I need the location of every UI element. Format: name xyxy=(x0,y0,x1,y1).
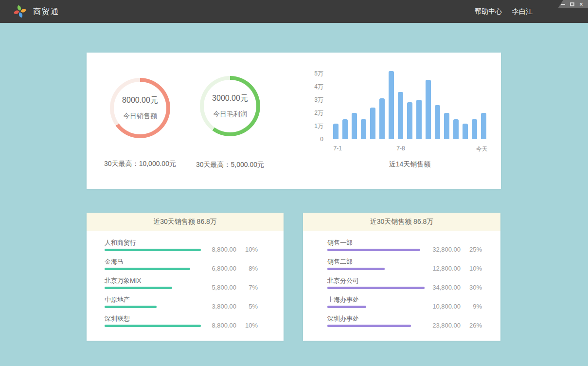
bar xyxy=(463,124,468,139)
rank-row: 深圳联想8,800.0010% xyxy=(105,314,258,333)
rank-row: 人和商贸行8,800.0010% xyxy=(105,238,258,257)
rank-item-name: 北京万象MIX xyxy=(105,276,141,285)
y-tick-label: 2万 xyxy=(314,110,323,116)
rank-row: 金海马6,800.008% xyxy=(105,257,258,276)
bar xyxy=(426,80,431,139)
rank-item-name: 深圳联想 xyxy=(105,314,130,323)
bar-chart-title: 近14天销售额 xyxy=(333,160,486,169)
rank-item-values: 23,800.0026% xyxy=(432,322,482,329)
rank-row: 北京万象MIX5,800.007% xyxy=(105,276,258,295)
x-tick-label: 今天 xyxy=(476,145,488,153)
bar xyxy=(407,102,412,139)
rank-item-percent: 5% xyxy=(236,303,258,310)
rank-item-name: 金海马 xyxy=(105,257,124,266)
rank-item-values: 8,800.0010% xyxy=(212,322,258,329)
rank-item-name: 人和商贸行 xyxy=(105,238,136,247)
customer-rank-title: 近30天销售额 86.8万 xyxy=(87,213,284,231)
bar xyxy=(361,119,366,139)
user-menu[interactable]: 李白江 xyxy=(512,0,533,23)
department-rank-list: 销售一部32,800.0025%销售二部12,800.0010%北京分公司34,… xyxy=(303,231,500,333)
today-profit-label: 今日毛利润 xyxy=(213,110,247,119)
rank-item-percent: 10% xyxy=(461,265,482,272)
rank-item-values: 32,800.0025% xyxy=(432,246,482,253)
rank-item-bar xyxy=(105,325,201,327)
rank-row: 深圳办事处23,800.0026% xyxy=(327,314,482,333)
rank-item-value: 3,800.00 xyxy=(212,303,236,310)
customer-rank-card: 近30天销售额 86.8万 人和商贸行8,800.0010%金海马6,800.0… xyxy=(87,213,284,341)
window-controls: × xyxy=(558,0,588,8)
today-sales-donut: 8000.00元 今日销售额 xyxy=(110,78,170,138)
bar xyxy=(379,98,385,139)
bar xyxy=(435,105,440,139)
rank-item-bar xyxy=(327,287,425,289)
rank-item-percent: 9% xyxy=(461,303,482,310)
rank-item-percent: 10% xyxy=(236,246,258,253)
today-profit-donut-center: 3000.00元 今日毛利润 xyxy=(204,80,256,132)
bar xyxy=(352,113,357,139)
bar xyxy=(416,100,422,139)
profit-30day-max: 30天最高：5,000.00元 xyxy=(177,161,284,169)
rank-item-percent: 8% xyxy=(236,265,258,272)
x-axis: 7-17-8今天 xyxy=(333,145,486,153)
rank-item-value: 6,800.00 xyxy=(212,265,236,272)
today-profit-donut: 3000.00元 今日毛利润 xyxy=(200,76,260,136)
y-tick-label: 1万 xyxy=(314,123,323,129)
y-axis: 01万2万3万4万5万 xyxy=(299,68,323,139)
department-rank-card: 近30天销售额 86.8万 销售一部32,800.0025%销售二部12,800… xyxy=(303,213,500,341)
department-rank-title: 近30天销售额 86.8万 xyxy=(303,213,500,231)
rank-item-name: 上海办事处 xyxy=(327,295,359,304)
today-profit-value: 3000.00元 xyxy=(212,93,248,104)
rank-item-percent: 10% xyxy=(236,322,258,329)
rank-row: 北京分公司34,800.0030% xyxy=(327,276,482,295)
bar-group xyxy=(333,68,486,139)
rank-item-values: 8,800.0010% xyxy=(212,246,258,253)
rank-item-bar xyxy=(327,325,411,327)
bar xyxy=(398,92,403,139)
rank-item-percent: 25% xyxy=(461,246,482,253)
rank-row: 销售一部32,800.0025% xyxy=(327,238,482,257)
bar xyxy=(472,119,477,139)
summary-card: 8000.00元 今日销售额 30天最高：10,000.00元 3000.00元… xyxy=(87,53,501,189)
rank-item-value: 34,800.00 xyxy=(432,284,461,291)
maximize-icon[interactable] xyxy=(570,2,574,7)
rank-item-value: 5,800.00 xyxy=(212,284,236,291)
rank-item-value: 10,800.00 xyxy=(432,303,461,310)
rank-item-value: 8,800.00 xyxy=(212,322,236,329)
rank-item-name: 中原地产 xyxy=(105,295,130,304)
rank-item-value: 23,800.00 xyxy=(432,322,461,329)
bar xyxy=(453,119,459,139)
rank-item-name: 销售二部 xyxy=(327,257,353,266)
rank-item-bar xyxy=(327,249,420,251)
rank-row: 上海办事处10,800.009% xyxy=(327,295,482,314)
y-tick-label: 0 xyxy=(320,136,323,143)
rank-item-values: 5,800.007% xyxy=(212,284,258,291)
rank-item-percent: 26% xyxy=(461,322,482,329)
rank-item-value: 12,800.00 xyxy=(432,265,461,272)
minimize-icon[interactable] xyxy=(560,2,565,7)
bar xyxy=(389,71,394,139)
app-logo-pinwheel-icon xyxy=(11,4,29,19)
bar xyxy=(333,124,339,139)
rank-item-value: 32,800.00 xyxy=(432,246,461,253)
app-title: 商贸通 xyxy=(33,0,59,23)
today-sales-value: 8000.00元 xyxy=(122,95,158,106)
rank-row: 销售二部12,800.0010% xyxy=(327,257,482,276)
bar xyxy=(481,113,486,139)
bar xyxy=(444,113,449,139)
rank-item-percent: 7% xyxy=(236,284,258,291)
rank-row: 中原地产3,800.005% xyxy=(105,295,258,314)
close-icon[interactable]: × xyxy=(579,2,584,7)
titlebar: 商贸通 帮助中心 李白江 × xyxy=(0,0,588,23)
y-tick-label: 5万 xyxy=(314,70,323,77)
help-center-link[interactable]: 帮助中心 xyxy=(475,0,502,23)
rank-item-name: 销售一部 xyxy=(327,238,353,247)
x-tick-label: 7-1 xyxy=(334,145,342,152)
y-tick-label: 4万 xyxy=(314,83,323,90)
rank-item-values: 6,800.008% xyxy=(212,265,258,272)
rank-item-bar xyxy=(105,268,190,270)
rank-item-bar xyxy=(105,249,201,251)
rank-item-bar xyxy=(105,306,157,308)
y-tick-label: 3万 xyxy=(314,96,323,103)
customer-rank-list: 人和商贸行8,800.0010%金海马6,800.008%北京万象MIX5,80… xyxy=(87,231,284,333)
rank-item-name: 深圳办事处 xyxy=(327,314,359,323)
